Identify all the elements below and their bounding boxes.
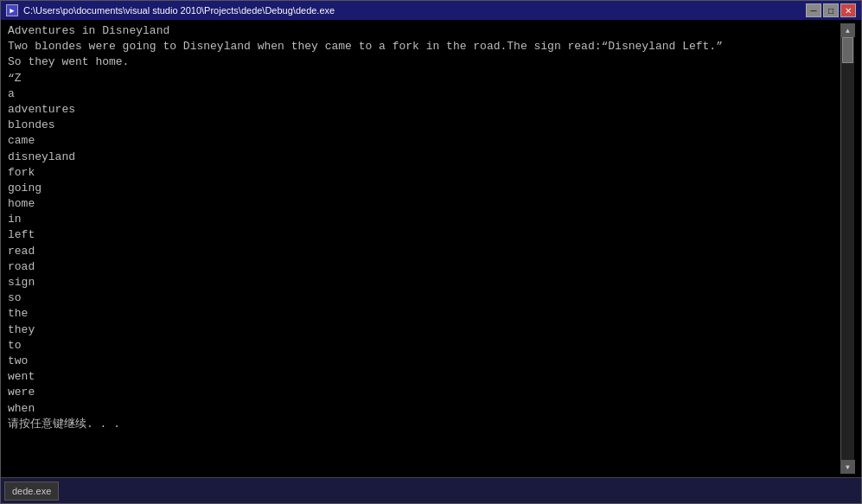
console-output: Adventures in Disneyland Two blondes wer… [8,23,840,474]
console-area: Adventures in Disneyland Two blondes wer… [1,20,861,477]
title-bar-left: ▶ C:\Users\po\documents\visual studio 20… [6,4,335,16]
scroll-up-arrow[interactable]: ▲ [841,23,855,37]
maximize-button[interactable]: □ [823,3,839,17]
scrollbar-track[interactable] [841,37,854,460]
scrollbar-thumb[interactable] [842,37,853,63]
title-bar: ▶ C:\Users\po\documents\visual studio 20… [1,1,861,20]
taskbar-item[interactable]: dede.exe [4,482,59,501]
app-icon: ▶ [6,4,18,16]
main-window: ▶ C:\Users\po\documents\visual studio 20… [0,0,862,504]
title-bar-text: C:\Users\po\documents\visual studio 2010… [23,5,335,16]
taskbar: dede.exe [1,477,861,503]
scroll-down-arrow[interactable]: ▼ [841,460,855,474]
minimize-button[interactable]: ─ [806,3,821,17]
scrollbar[interactable]: ▲ ▼ [840,23,854,474]
close-button[interactable]: ✕ [840,3,856,17]
title-bar-controls: ─ □ ✕ [806,3,856,17]
